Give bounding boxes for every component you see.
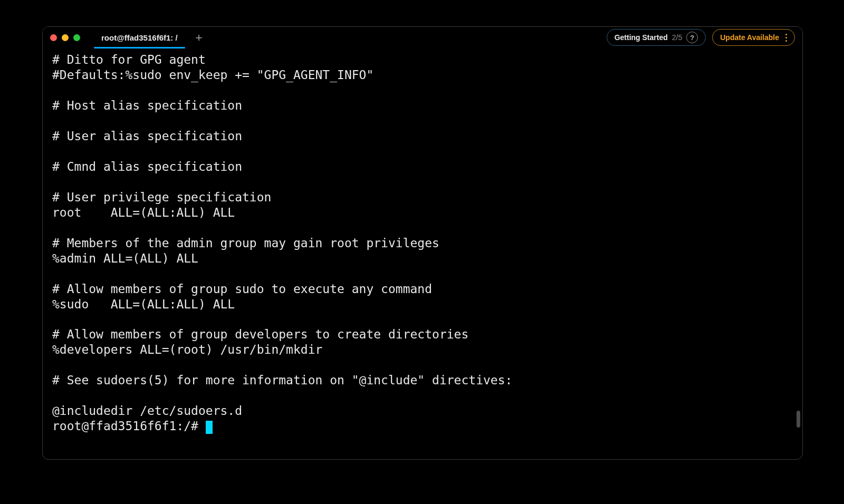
close-window-button[interactable]: [50, 34, 57, 41]
update-label: Update Available: [720, 33, 779, 42]
help-icon: ?: [686, 32, 698, 43]
tab-bar: root@ffad3516f6f1: / ＋: [90, 27, 208, 48]
cursor-icon: [206, 421, 213, 434]
terminal-text: # Ditto for GPG agent #Defaults:%sudo en…: [52, 53, 512, 418]
update-available-button[interactable]: Update Available: [712, 29, 795, 46]
tab-title: root@ffad3516f6f1: /: [101, 33, 178, 42]
minimize-window-button[interactable]: [62, 34, 69, 41]
getting-started-label: Getting Started: [615, 33, 668, 42]
new-tab-button[interactable]: ＋: [189, 27, 208, 48]
plus-icon: ＋: [193, 30, 205, 45]
window-controls: [50, 34, 80, 41]
getting-started-progress: 2/5: [672, 33, 682, 42]
maximize-window-button[interactable]: [73, 34, 80, 41]
shell-prompt: root@ffad3516f6f1:/#: [52, 419, 206, 433]
tab-terminal[interactable]: root@ffad3516f6f1: /: [90, 27, 189, 48]
terminal-output[interactable]: # Ditto for GPG agent #Defaults:%sudo en…: [43, 48, 802, 459]
kebab-icon: [783, 34, 787, 42]
scrollbar-thumb[interactable]: [797, 411, 800, 428]
title-bar-actions: Getting Started 2/5 ? Update Available: [607, 29, 795, 46]
getting-started-button[interactable]: Getting Started 2/5 ?: [607, 29, 706, 46]
terminal-window: root@ffad3516f6f1: / ＋ Getting Started 2…: [42, 26, 803, 460]
title-bar: root@ffad3516f6f1: / ＋ Getting Started 2…: [43, 27, 802, 48]
